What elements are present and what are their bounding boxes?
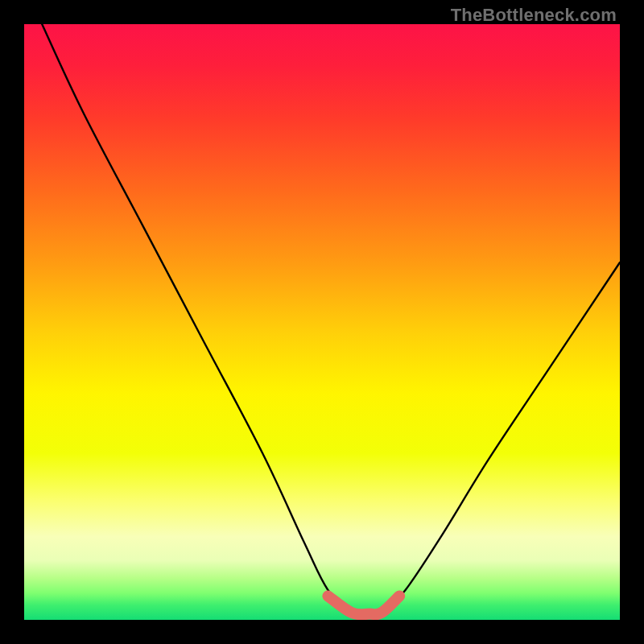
chart-svg: [24, 24, 620, 620]
watermark-text: TheBottleneck.com: [451, 5, 617, 26]
chart-frame: TheBottleneck.com: [0, 0, 644, 644]
optimal-band-marker: [328, 596, 399, 614]
plot-area: [24, 24, 620, 620]
bottleneck-curve: [42, 24, 620, 616]
